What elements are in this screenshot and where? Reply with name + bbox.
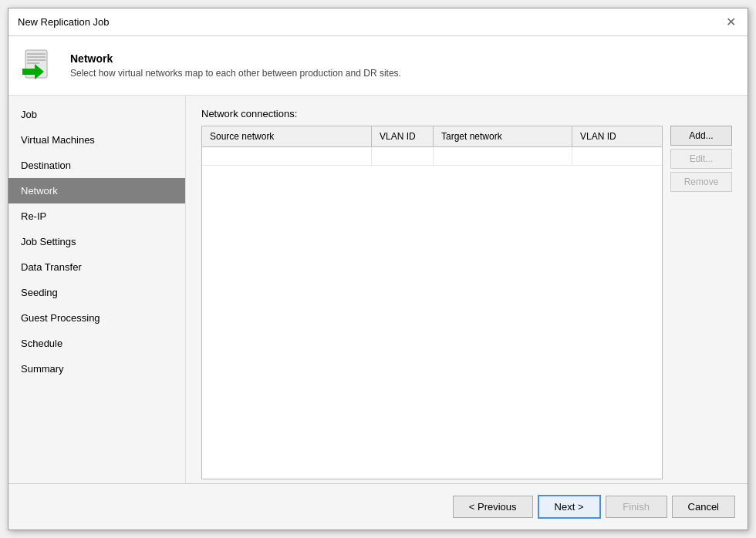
sidebar-item-job[interactable]: Job: [8, 102, 185, 127]
close-button[interactable]: ✕: [723, 15, 738, 30]
header-section: Network Select how virtual networks map …: [8, 36, 748, 96]
table-header: Source network VLAN ID Target network VL…: [202, 126, 662, 147]
network-area: Source network VLAN ID Target network VL…: [201, 126, 732, 479]
title-bar: New Replication Job ✕: [8, 8, 748, 36]
sidebar-item-destination[interactable]: Destination: [8, 153, 185, 178]
sidebar-item-data-transfer[interactable]: Data Transfer: [8, 254, 185, 280]
header-text: Network Select how virtual networks map …: [70, 52, 401, 79]
sidebar: Job Virtual Machines Destination Network…: [8, 96, 186, 483]
network-table: Source network VLAN ID Target network VL…: [201, 126, 663, 479]
svg-rect-1: [27, 53, 46, 55]
remove-button[interactable]: Remove: [670, 172, 732, 192]
cancel-button[interactable]: Cancel: [672, 496, 735, 518]
col-vlan-id-source: VLAN ID: [372, 126, 434, 146]
svg-rect-3: [27, 59, 46, 61]
network-connections-label: Network connections:: [201, 108, 732, 119]
add-button[interactable]: Add...: [670, 126, 732, 146]
svg-rect-4: [27, 62, 39, 64]
edit-button[interactable]: Edit...: [670, 149, 732, 169]
dialog: New Replication Job ✕ Network Select how…: [8, 8, 748, 530]
dialog-title: New Replication Job: [18, 16, 110, 28]
sidebar-item-reip[interactable]: Re-IP: [8, 203, 185, 229]
sidebar-item-schedule[interactable]: Schedule: [8, 331, 185, 356]
sidebar-item-guest-processing[interactable]: Guest Processing: [8, 305, 185, 331]
col-vlan-id-target: VLAN ID: [572, 126, 650, 146]
sidebar-item-job-settings[interactable]: Job Settings: [8, 229, 185, 254]
sidebar-item-seeding[interactable]: Seeding: [8, 280, 185, 305]
sidebar-item-network[interactable]: Network: [8, 178, 185, 203]
table-body: [202, 147, 662, 479]
previous-button[interactable]: < Previous: [453, 496, 533, 518]
main-content: Network connections: Source network VLAN…: [186, 96, 748, 483]
header-description: Select how virtual networks map to each …: [70, 68, 401, 79]
col-source-network: Source network: [202, 126, 372, 146]
sidebar-item-virtual-machines[interactable]: Virtual Machines: [8, 127, 185, 153]
svg-rect-2: [27, 56, 46, 58]
next-button[interactable]: Next >: [538, 495, 601, 519]
table-row: [202, 147, 662, 166]
finish-button[interactable]: Finish: [606, 496, 667, 518]
action-buttons: Add... Edit... Remove: [670, 126, 732, 479]
col-target-network: Target network: [434, 126, 572, 146]
sidebar-item-summary[interactable]: Summary: [8, 356, 185, 382]
footer: < Previous Next > Finish Cancel: [8, 483, 748, 530]
network-icon: [21, 47, 58, 84]
content-area: Job Virtual Machines Destination Network…: [8, 96, 748, 483]
header-title: Network: [70, 52, 401, 65]
